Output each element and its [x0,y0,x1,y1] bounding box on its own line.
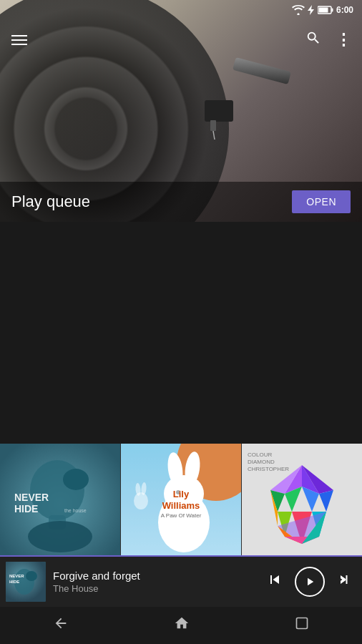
bolt-icon [308,5,315,15]
svg-text:HIDE: HIDE [14,503,38,514]
album-art-1: NEVER HIDE the house [0,444,120,564]
recent-apps-button[interactable] [295,616,309,635]
svg-text:NEVER: NEVER [9,574,24,578]
time-display: 6:00 [336,5,353,15]
album-art-3: COLOUR DIAMOND CHRISTOPHER [242,444,362,564]
more-options-button[interactable]: ⋮ [336,31,351,49]
diamond-art: COLOUR DIAMOND CHRISTOPHER [242,444,362,564]
hero-section: ⋮ Play queue OPEN [0,0,362,222]
svg-point-21 [134,492,148,509]
play-button[interactable] [295,567,325,597]
now-playing-controls [263,567,356,597]
top-nav: ⋮ [0,20,362,60]
album-silhouette-1: NEVER HIDE the house [0,444,120,564]
svg-rect-64 [297,618,308,629]
now-playing-artist: The House [53,583,263,594]
svg-text:NEVER: NEVER [14,492,49,503]
turntable-arm [190,57,319,143]
status-bar: 6:00 [0,0,362,20]
svg-rect-4 [205,100,233,122]
play-queue-title: Play queue [11,192,90,211]
back-button[interactable] [53,615,69,635]
prev-button[interactable] [263,568,286,595]
svg-rect-2 [318,8,328,13]
svg-line-6 [213,131,215,140]
bottom-nav [0,607,362,644]
home-button[interactable] [174,615,190,635]
svg-point-61 [26,571,37,581]
svg-text:DIAMOND: DIAMOND [248,459,275,465]
lily-text-overlay: LilyWilliams A Paw Of Water [161,489,202,519]
open-button[interactable]: OPEN [292,190,351,213]
album-art-2: LilyWilliams A Paw Of Water [121,444,241,564]
wifi-icon [292,5,305,15]
svg-text:HIDE: HIDE [9,580,19,584]
svg-text:the house: the house [64,508,87,513]
svg-rect-5 [210,120,216,131]
menu-button[interactable] [11,35,27,45]
next-button[interactable] [333,568,356,595]
svg-rect-3 [233,57,291,84]
now-playing-info: Forgive and forget The House [53,570,263,594]
now-playing-bar: NEVER HIDE Forgive and forget The House [0,555,362,607]
svg-point-9 [63,469,89,490]
search-button[interactable] [305,30,321,50]
now-playing-thumb: NEVER HIDE [6,562,46,602]
status-icons: 6:00 [292,5,353,15]
svg-text:COLOUR: COLOUR [248,452,272,458]
svg-text:CHRISTOPHER: CHRISTOPHER [248,466,289,472]
battery-icon [318,6,333,14]
play-queue-header: Play queue OPEN [0,182,362,222]
now-playing-title: Forgive and forget [53,570,263,582]
svg-rect-1 [331,9,333,12]
svg-point-11 [28,521,92,552]
